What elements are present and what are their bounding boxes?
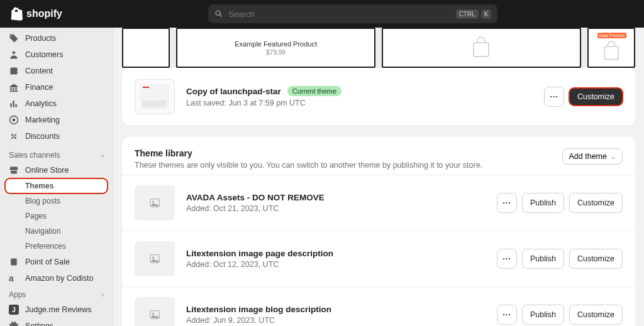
nav-analytics-label: Analytics bbox=[25, 99, 57, 108]
shopping-bag-icon bbox=[599, 40, 624, 63]
preview-product-title: Example Featured Product bbox=[235, 40, 317, 48]
bank-icon bbox=[9, 82, 19, 92]
add-theme-label: Add theme bbox=[569, 152, 607, 161]
more-icon: ··· bbox=[502, 310, 511, 319]
svg-rect-10 bbox=[474, 43, 489, 57]
more-icon: ··· bbox=[550, 92, 558, 101]
nav-judgeme-label: Judge.me Reviews bbox=[25, 305, 92, 314]
theme-row: Litextension image page description Adde… bbox=[122, 231, 635, 286]
customize-label: Customize bbox=[577, 198, 614, 207]
nav-navigation-label: Navigation bbox=[25, 227, 61, 236]
theme-added: Added: Jun 9, 2023, UTC bbox=[186, 316, 486, 325]
nav-content[interactable]: Content bbox=[0, 63, 113, 79]
sales-channels-heading[interactable]: Sales channels › bbox=[0, 147, 113, 162]
nav-settings-label: Settings bbox=[25, 322, 53, 326]
apps-heading[interactable]: Apps › bbox=[0, 286, 113, 302]
discount-icon bbox=[9, 131, 19, 141]
theme-more-button[interactable]: ··· bbox=[497, 193, 517, 213]
shopping-bag-icon bbox=[469, 35, 494, 60]
shopify-bag-icon bbox=[10, 7, 23, 21]
search-box[interactable]: CTRL K bbox=[208, 4, 497, 23]
search-wrap: CTRL K bbox=[72, 4, 634, 23]
nav-pos-label: Point of Sale bbox=[25, 258, 70, 266]
nav-discounts[interactable]: Discounts bbox=[0, 128, 113, 144]
preview-panel-featured: Example Featured Product $79.99 bbox=[176, 28, 375, 68]
nav-themes[interactable]: Themes bbox=[5, 178, 108, 193]
theme-row: AVADA Assets - DO NOT REMOVE Added: Oct … bbox=[122, 175, 635, 231]
nav-preferences[interactable]: Preferences bbox=[0, 239, 113, 254]
customize-label: Customize bbox=[577, 254, 614, 263]
theme-name: Litextension image page description bbox=[186, 249, 486, 258]
publish-label: Publish bbox=[530, 254, 556, 263]
nav-pos[interactable]: Point of Sale bbox=[0, 254, 113, 270]
publish-label: Publish bbox=[530, 310, 556, 319]
customize-button[interactable]: Customize bbox=[569, 88, 623, 106]
search-icon bbox=[214, 9, 223, 18]
chevron-right-icon: › bbox=[102, 291, 104, 298]
preview-badge: New Product bbox=[597, 33, 626, 38]
theme-added: Added: Oct 21, 2023, UTC bbox=[186, 204, 486, 213]
search-input[interactable] bbox=[228, 9, 450, 19]
nav-blog-posts-label: Blog posts bbox=[25, 197, 60, 205]
preview-panel-bag bbox=[382, 28, 581, 68]
more-icon: ··· bbox=[502, 198, 511, 207]
brand-name: shopify bbox=[26, 8, 62, 19]
content-icon bbox=[9, 66, 19, 76]
theme-added: Added: Oct 12, 2023, UTC bbox=[186, 260, 486, 269]
theme-thumbnail bbox=[135, 297, 175, 326]
add-theme-button[interactable]: Add theme ⌄ bbox=[562, 148, 623, 165]
theme-library-card: Theme library These themes are only visi… bbox=[122, 137, 635, 326]
nav-products[interactable]: Products bbox=[0, 30, 113, 46]
nav-products-label: Products bbox=[25, 34, 56, 43]
nav-amazon[interactable]: aAmazon by Codisto bbox=[0, 270, 113, 286]
theme-thumbnail bbox=[135, 185, 175, 220]
publish-label: Publish bbox=[530, 198, 556, 207]
nav-amazon-label: Amazon by Codisto bbox=[25, 274, 93, 283]
theme-customize-button[interactable]: Customize bbox=[569, 249, 623, 269]
sales-channels-label: Sales channels bbox=[9, 151, 60, 160]
current-theme-name: Copy of launchpad-star bbox=[186, 87, 281, 96]
nav-blog-posts[interactable]: Blog posts bbox=[0, 193, 113, 209]
current-theme-more-button[interactable]: ··· bbox=[544, 87, 564, 107]
apps-label: Apps bbox=[9, 290, 26, 299]
pos-icon bbox=[9, 257, 19, 267]
brand-logo[interactable]: shopify bbox=[10, 7, 62, 21]
publish-button[interactable]: Publish bbox=[522, 193, 564, 213]
nav-pages-label: Pages bbox=[25, 212, 47, 220]
nav-marketing[interactable]: Marketing bbox=[0, 112, 113, 128]
nav-online-store[interactable]: Online Store bbox=[0, 162, 113, 178]
library-title: Theme library bbox=[135, 148, 482, 158]
tag-icon bbox=[9, 33, 19, 43]
nav-analytics[interactable]: Analytics bbox=[0, 95, 113, 112]
store-icon bbox=[9, 165, 19, 175]
nav-judgeme[interactable]: JJudge.me Reviews bbox=[0, 302, 113, 318]
publish-button[interactable]: Publish bbox=[522, 305, 564, 325]
customize-button-label: Customize bbox=[577, 92, 614, 101]
nav-navigation[interactable]: Navigation bbox=[0, 224, 113, 239]
judgeme-icon: J bbox=[9, 305, 19, 315]
theme-name: Litextension image blog description bbox=[186, 305, 486, 314]
publish-button[interactable]: Publish bbox=[522, 249, 564, 269]
library-subtitle: These themes are only visible to you. Yo… bbox=[135, 161, 482, 170]
nav-online-store-label: Online Store bbox=[25, 166, 69, 175]
search-shortcut: CTRL K bbox=[456, 9, 492, 19]
more-icon: ··· bbox=[502, 254, 511, 263]
nav-customers[interactable]: Customers bbox=[0, 46, 113, 63]
amazon-icon: a bbox=[9, 273, 19, 283]
theme-customize-button[interactable]: Customize bbox=[569, 193, 623, 213]
nav-settings[interactable]: Settings bbox=[0, 318, 113, 326]
theme-more-button[interactable]: ··· bbox=[497, 305, 517, 325]
theme-thumbnail bbox=[135, 241, 175, 276]
kbd-ctrl: CTRL bbox=[456, 9, 479, 19]
nav-pages[interactable]: Pages bbox=[0, 209, 113, 224]
preview-panel-right: New Product bbox=[587, 28, 635, 68]
customize-label: Customize bbox=[577, 310, 614, 319]
nav-finance[interactable]: Finance bbox=[0, 79, 113, 95]
svg-rect-6 bbox=[11, 258, 17, 265]
theme-more-button[interactable]: ··· bbox=[497, 249, 517, 269]
current-theme-saved: Last saved: Jun 3 at 7:59 pm UTC bbox=[186, 99, 533, 107]
chart-icon bbox=[9, 99, 19, 109]
image-icon bbox=[149, 197, 160, 209]
theme-customize-button[interactable]: Customize bbox=[569, 305, 623, 325]
current-theme-thumbnail bbox=[135, 79, 175, 114]
